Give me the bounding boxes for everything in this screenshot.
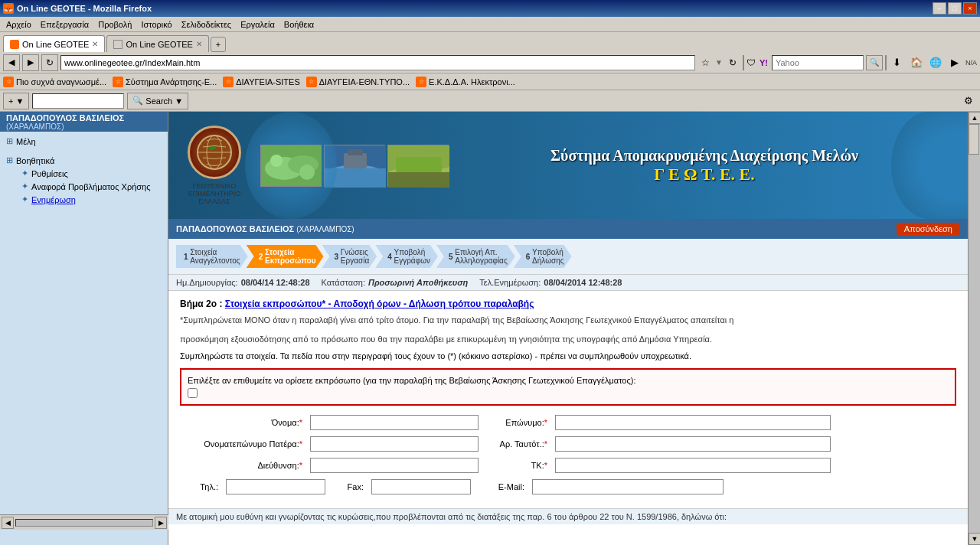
bottom-bar: Με ατομική μου ευθύνη και γνωρίζοντας τι… <box>168 508 968 524</box>
tab-2-close[interactable]: ✕ <box>196 40 202 48</box>
svg-rect-14 <box>396 157 442 172</box>
tab-1-label: On Line GEOTEE <box>22 40 89 49</box>
step-subtitle-link[interactable]: Στοιχεία εκπροσώπου* - Αποδοχή όρων - Δή… <box>225 299 534 309</box>
search-input[interactable] <box>32 93 124 109</box>
sidebar-boithitika-label: Βοηθητικά <box>16 156 54 165</box>
step-1[interactable]: 1 ΣτοιχείαΑναγγέλτοντος <box>176 245 248 268</box>
sidebar-anafora[interactable]: ✦ Αναφορά Προβλήματος Χρήσης <box>15 180 168 193</box>
sidebar-username: ΠΑΠΑΔΟΠΟΥΛΟΣ ΒΑΣΙΛΕΙΟΣ <box>6 113 124 122</box>
status-label: Κατάσταση: <box>322 278 365 287</box>
yahoo-search-input[interactable] <box>772 55 864 70</box>
bookmark-5-icon: ☆ <box>416 77 426 87</box>
tab-bar: On Line GEOTEE ✕ On Line GEOTEE ✕ + <box>0 32 980 52</box>
geotee-subtitle: Γ Ε Ω Τ. Ε. Ε. <box>456 165 952 184</box>
step-title-text: Βήμα 2ο : <box>180 299 222 309</box>
sidebar-scroll-track[interactable] <box>15 519 153 527</box>
sidebar-meli[interactable]: ⊞ Μέλη <box>0 135 168 148</box>
step-2[interactable]: 2 ΣτοιχείαΕκπροσώπου <box>247 245 324 268</box>
reload-button[interactable]: ↻ <box>41 54 58 71</box>
sidebar-scroll-left[interactable]: ◀ <box>2 517 14 529</box>
step-4[interactable]: 4 ΥποβολήΕγγράφων <box>375 245 438 268</box>
geotee-org-line2: ΕΠΙΜΕΛΗΤΗΡΙΟ <box>188 190 241 197</box>
bookmark-2[interactable]: ☆ Σύστημα Ανάρτησης-Ε... <box>113 77 217 87</box>
tab-1-close[interactable]: ✕ <box>92 40 98 48</box>
scroll-up-button[interactable]: ▲ <box>969 112 980 124</box>
ar-tautot-input[interactable] <box>555 436 831 452</box>
sidebar-rythmiseis-label: Ρυθμίσεις <box>31 169 68 178</box>
bookmark-2-label: Σύστημα Ανάρτησης-Ε... <box>126 77 217 86</box>
dropdown-arrow-icon[interactable]: ▼ <box>715 58 723 67</box>
eponymo-label: Επώνυμο:* <box>486 418 547 427</box>
tab-2-label: On Line GEOTEE <box>126 40 192 49</box>
scroll-down-button[interactable]: ▼ <box>969 533 980 545</box>
sidebar-user-bar: ΠΑΠΑΔΟΠΟΥΛΟΣ ΒΑΣΙΛΕΙΟΣ (ΧΑΡΑΛΑΜΠΟΣ) <box>0 112 168 132</box>
patera-input[interactable] <box>310 436 479 452</box>
more-icon[interactable]: ▶ <box>946 54 963 71</box>
steps-bar: 1 ΣτοιχείαΑναγγέλτοντος 2 ΣτοιχείαΕκπροσ… <box>168 239 968 275</box>
forward-button[interactable]: ▶ <box>22 54 39 71</box>
photo-1 <box>260 145 322 187</box>
tab-1[interactable]: On Line GEOTEE ✕ <box>3 35 105 52</box>
tk-input[interactable] <box>555 458 831 473</box>
back-button[interactable]: ◀ <box>3 54 20 71</box>
update-value: 08/04/2014 12:48:28 <box>544 278 622 287</box>
sidebar-rythmiseis[interactable]: ✦ Ρυθμίσεις <box>15 167 168 180</box>
menu-tools[interactable]: Εργαλεία <box>236 18 279 31</box>
globe-icon[interactable]: 🌐 <box>927 54 944 71</box>
form-note1: *Συμπληρώνεται ΜΟΝΟ όταν η παραλαβή γίνε… <box>180 314 956 327</box>
sidebar-boithitika[interactable]: ⊞ Βοηθητικά <box>0 154 168 167</box>
diefthinsi-input[interactable] <box>310 458 479 473</box>
step-6-label: ΥποβολήΔήλωσης <box>532 248 564 265</box>
fax-input[interactable] <box>371 479 471 494</box>
page-top-bar: ΠΑΠΑΔΟΠΟΥΛΟΣ ΒΑΣΙΛΕΙΟΣ (ΧΑΡΑΛΑΜΠΟΣ) Αποσ… <box>168 219 968 239</box>
step-3-label: ΓνώσειςΕργασία <box>341 248 369 265</box>
menu-help[interactable]: Βοήθεια <box>279 18 318 31</box>
menu-edit[interactable]: Επεξεργασία <box>36 18 93 31</box>
bookmark-1[interactable]: ☆ Πιο συχνά αναγνωσμέ... <box>3 77 106 87</box>
bookmark-3-label: ΔΙΑΥΓΕΙΑ-SITES <box>236 77 300 86</box>
email-input[interactable] <box>532 479 724 494</box>
geotee-logo-circle <box>188 126 241 179</box>
required-note: Συμπληρώστε τα στοιχεία. Τα πεδία που στ… <box>180 351 956 361</box>
home-icon[interactable]: 🏠 <box>908 54 925 71</box>
ekprosopos-checkbox[interactable] <box>188 388 198 398</box>
scroll-track[interactable] <box>969 124 980 533</box>
search-button[interactable]: 🔍 Search ▼ <box>127 93 188 109</box>
toolbar-dropdown-button[interactable]: + ▼ <box>3 93 29 109</box>
yahoo-search-button[interactable]: 🔍 <box>866 55 883 70</box>
sidebar-enimerosi[interactable]: ✦ Ενημέρωση <box>15 193 168 206</box>
toolbar-settings-icon[interactable]: ⚙ <box>960 93 977 109</box>
page-refresh-icon[interactable]: ↻ <box>725 55 740 70</box>
menu-bookmarks[interactable]: Σελιδοδείκτες <box>177 18 236 31</box>
menu-file[interactable]: Αρχείο <box>2 18 36 31</box>
toolbar-dropdown-arrow: ▼ <box>15 96 24 106</box>
step-3[interactable]: 3 ΓνώσειςΕργασία <box>322 245 377 268</box>
sidebar-scroll-right[interactable]: ▶ <box>155 517 167 529</box>
bookmark-5[interactable]: ☆ Ε.Κ.Δ.Δ.Α. Ηλεκτρονι... <box>416 77 515 87</box>
address-input[interactable] <box>60 55 695 70</box>
bookmark-3[interactable]: ☆ ΔΙΑΥΓΕΙΑ-SITES <box>223 77 300 87</box>
eponymo-input[interactable] <box>555 415 831 430</box>
logout-button[interactable]: Αποσύνδεση <box>897 223 960 235</box>
menu-history[interactable]: Ιστορικό <box>136 18 176 31</box>
sidebar-enimerosi-link[interactable]: Ενημέρωση <box>31 195 76 204</box>
step-1-label: ΣτοιχείαΑναγγέλτοντος <box>190 248 240 265</box>
til-label: Τηλ.: <box>180 482 218 491</box>
onoma-label: Όνομα:* <box>180 418 302 427</box>
menu-view[interactable]: Προβολή <box>93 18 136 31</box>
bookmark-star-icon[interactable]: ☆ <box>697 55 713 70</box>
patera-label: Ονοματεπώνυμο Πατέρα:* <box>180 439 302 449</box>
patera-row: Ονοματεπώνυμο Πατέρα:* Αρ. Ταυτότ.:* <box>180 436 956 452</box>
tab-2[interactable]: On Line GEOTEE ✕ <box>106 35 208 52</box>
new-tab-button[interactable]: + <box>211 37 226 52</box>
til-input[interactable] <box>226 479 325 494</box>
step-6[interactable]: 6 ΥποβολήΔήλωσης <box>514 245 572 268</box>
step-5[interactable]: 5 Επιλογή Απ.Αλληλογραφίας <box>436 245 515 268</box>
close-button[interactable]: × <box>963 2 977 15</box>
minimize-button[interactable]: − <box>933 2 946 15</box>
bookmark-4[interactable]: ☆ ΔΙΑΥΓΕΙΑ-ΕΘΝ.ΤΥΠΟ... <box>306 77 410 87</box>
download-icon[interactable]: ⬇ <box>889 54 906 71</box>
restore-button[interactable]: □ <box>948 2 962 15</box>
scroll-thumb[interactable] <box>969 124 979 155</box>
onoma-input[interactable] <box>310 415 479 430</box>
